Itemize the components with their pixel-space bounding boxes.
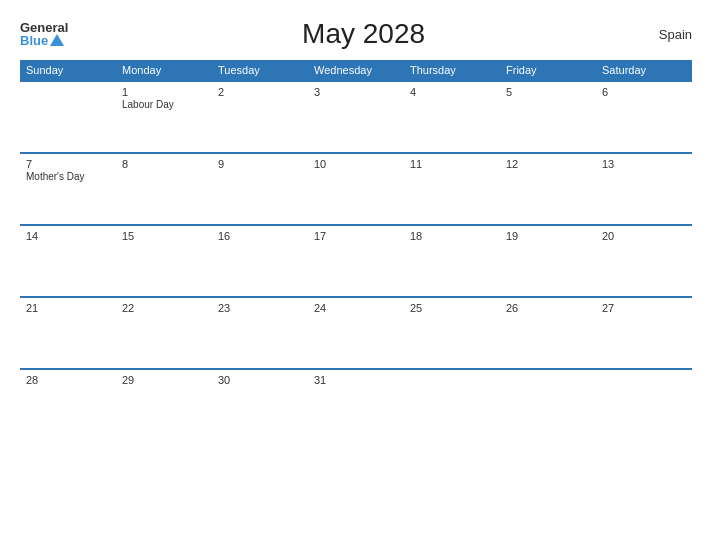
day-number: 15 (122, 230, 206, 242)
day-number: 22 (122, 302, 206, 314)
calendar-week-row: 28293031 (20, 369, 692, 441)
calendar-day-cell: 2 (212, 81, 308, 153)
calendar-day-cell: 15 (116, 225, 212, 297)
day-number: 16 (218, 230, 302, 242)
day-number: 31 (314, 374, 398, 386)
calendar-day-cell: 22 (116, 297, 212, 369)
day-number: 13 (602, 158, 686, 170)
logo: General Blue (20, 21, 68, 48)
day-number: 10 (314, 158, 398, 170)
calendar-day-cell: 25 (404, 297, 500, 369)
calendar-day-cell: 13 (596, 153, 692, 225)
day-number: 12 (506, 158, 590, 170)
day-number: 27 (602, 302, 686, 314)
day-number: 2 (218, 86, 302, 98)
day-event: Mother's Day (26, 171, 110, 182)
calendar-day-cell: 26 (500, 297, 596, 369)
calendar-week-row: 1Labour Day23456 (20, 81, 692, 153)
col-friday: Friday (500, 60, 596, 81)
day-number: 8 (122, 158, 206, 170)
calendar-day-cell: 11 (404, 153, 500, 225)
calendar-day-cell: 3 (308, 81, 404, 153)
calendar-day-cell: 1Labour Day (116, 81, 212, 153)
calendar-day-cell: 17 (308, 225, 404, 297)
calendar-week-row: 7Mother's Day8910111213 (20, 153, 692, 225)
calendar-day-cell: 20 (596, 225, 692, 297)
calendar-day-cell (404, 369, 500, 441)
day-number: 19 (506, 230, 590, 242)
day-number: 23 (218, 302, 302, 314)
day-number: 20 (602, 230, 686, 242)
col-wednesday: Wednesday (308, 60, 404, 81)
calendar-title: May 2028 (68, 18, 658, 50)
col-saturday: Saturday (596, 60, 692, 81)
logo-blue-text: Blue (20, 34, 64, 48)
calendar-day-cell: 16 (212, 225, 308, 297)
calendar-day-cell: 5 (500, 81, 596, 153)
day-number: 11 (410, 158, 494, 170)
day-number: 1 (122, 86, 206, 98)
day-number: 5 (506, 86, 590, 98)
day-number: 26 (506, 302, 590, 314)
col-thursday: Thursday (404, 60, 500, 81)
calendar-day-cell: 14 (20, 225, 116, 297)
page: General Blue May 2028 Spain Sunday Monda… (0, 0, 712, 550)
day-number: 28 (26, 374, 110, 386)
day-number: 18 (410, 230, 494, 242)
country-label: Spain (659, 27, 692, 42)
day-number: 14 (26, 230, 110, 242)
calendar-day-cell: 12 (500, 153, 596, 225)
calendar-day-cell: 27 (596, 297, 692, 369)
calendar-day-cell: 31 (308, 369, 404, 441)
calendar-day-cell: 8 (116, 153, 212, 225)
calendar-day-cell: 4 (404, 81, 500, 153)
calendar-day-cell (20, 81, 116, 153)
col-monday: Monday (116, 60, 212, 81)
calendar-day-cell: 23 (212, 297, 308, 369)
calendar-day-cell: 30 (212, 369, 308, 441)
day-number: 21 (26, 302, 110, 314)
day-number: 9 (218, 158, 302, 170)
day-number: 6 (602, 86, 686, 98)
calendar-day-cell: 21 (20, 297, 116, 369)
day-number: 29 (122, 374, 206, 386)
col-sunday: Sunday (20, 60, 116, 81)
day-number: 24 (314, 302, 398, 314)
calendar-day-cell: 9 (212, 153, 308, 225)
day-number: 17 (314, 230, 398, 242)
calendar-day-cell: 6 (596, 81, 692, 153)
day-number: 7 (26, 158, 110, 170)
calendar-week-row: 21222324252627 (20, 297, 692, 369)
day-number: 30 (218, 374, 302, 386)
logo-general-text: General (20, 21, 68, 34)
calendar-day-cell: 28 (20, 369, 116, 441)
calendar-day-cell (500, 369, 596, 441)
calendar-table: Sunday Monday Tuesday Wednesday Thursday… (20, 60, 692, 441)
day-number: 3 (314, 86, 398, 98)
logo-triangle-icon (50, 34, 64, 46)
calendar-day-cell: 7Mother's Day (20, 153, 116, 225)
day-event: Labour Day (122, 99, 206, 110)
day-number: 25 (410, 302, 494, 314)
calendar-week-row: 14151617181920 (20, 225, 692, 297)
calendar-day-cell: 18 (404, 225, 500, 297)
calendar-day-cell: 10 (308, 153, 404, 225)
calendar-day-cell (596, 369, 692, 441)
calendar-day-cell: 29 (116, 369, 212, 441)
calendar-day-cell: 19 (500, 225, 596, 297)
col-tuesday: Tuesday (212, 60, 308, 81)
calendar-day-cell: 24 (308, 297, 404, 369)
calendar-header-row: Sunday Monday Tuesday Wednesday Thursday… (20, 60, 692, 81)
day-number: 4 (410, 86, 494, 98)
header: General Blue May 2028 Spain (20, 18, 692, 50)
